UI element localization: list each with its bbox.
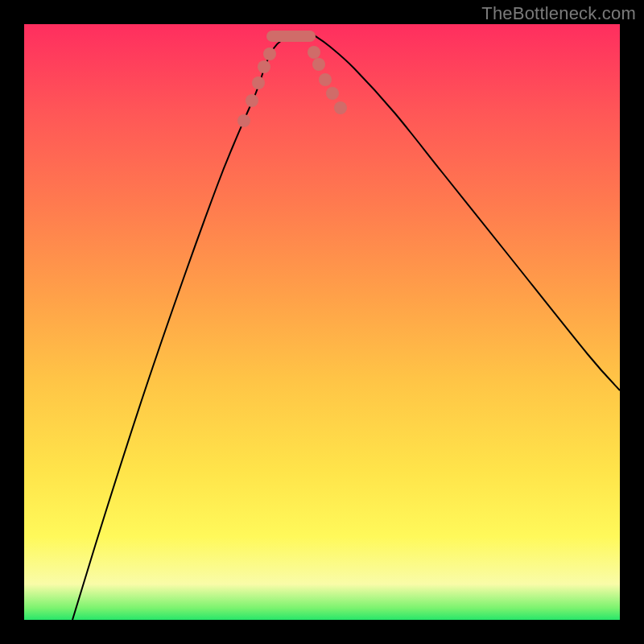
highlight-dot [308,46,320,59]
watermark-text: TheBottleneck.com [481,3,636,24]
highlight-dot [334,101,347,114]
highlight-dot [252,76,265,89]
plot-area [24,24,620,620]
chart-frame: TheBottleneck.com [0,0,644,644]
curve-svg [24,24,620,620]
bottleneck-curve [72,34,620,620]
highlight-dot [312,58,325,71]
highlight-dot [319,73,332,86]
highlight-dot [263,47,276,60]
highlight-dot [237,114,250,127]
highlight-markers [237,46,347,127]
highlight-dot [246,94,258,107]
highlight-dot [326,87,339,100]
highlight-dot [258,60,270,73]
